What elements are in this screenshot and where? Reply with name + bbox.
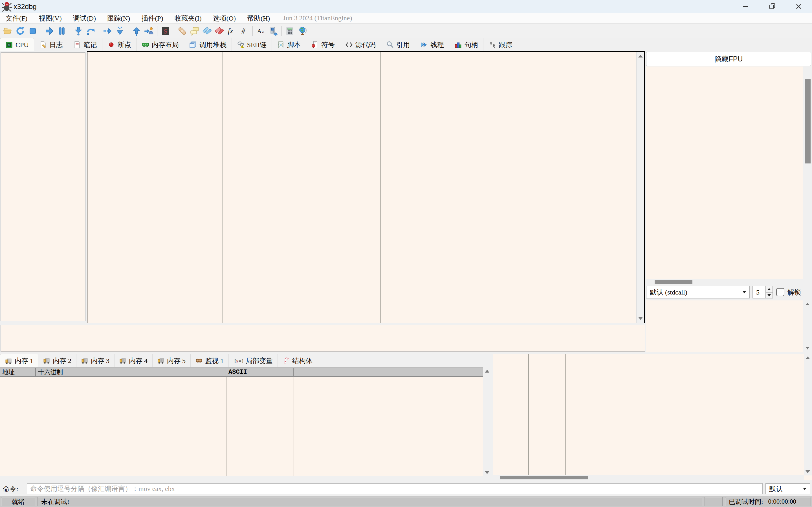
open-file-icon[interactable] <box>2 25 14 37</box>
stack-view[interactable] <box>493 354 812 480</box>
registers-view[interactable] <box>646 66 803 279</box>
menu-plugins[interactable]: 插件(P) <box>136 13 169 24</box>
menu-options[interactable]: 选项(O) <box>207 13 242 24</box>
tab-call-stack[interactable]: 调用堆栈 <box>184 38 232 51</box>
info-box[interactable] <box>1 325 645 352</box>
tab-dump-4[interactable]: 内存 4 <box>114 354 153 367</box>
breakpoint-icon <box>107 41 115 49</box>
tab-dump-1[interactable]: 内存 1 <box>0 354 38 367</box>
stack-hscrollbar[interactable] <box>493 475 804 480</box>
spin-down-icon[interactable] <box>766 292 772 298</box>
tab-cpu[interactable]: 32 CPU <box>0 38 34 51</box>
patch-icon[interactable] <box>176 25 189 37</box>
memory-map-icon <box>142 41 149 49</box>
toolbar-separator <box>252 25 253 36</box>
comment-icon[interactable] <box>189 25 201 37</box>
menu-debug[interactable]: 调试(D) <box>67 13 102 24</box>
function-fx-icon[interactable]: fx <box>225 25 238 37</box>
unlock-checkbox[interactable] <box>776 288 784 296</box>
tab-memory-map[interactable]: 内存布局 <box>137 38 184 51</box>
label-icon[interactable] <box>201 25 213 37</box>
toolbar-separator <box>70 25 70 36</box>
animate-into-icon[interactable] <box>101 25 114 37</box>
registers-vscrollbar[interactable] <box>804 66 811 279</box>
tab-dump-5[interactable]: 内存 5 <box>153 354 191 367</box>
tab-log[interactable]: 日志 <box>34 38 68 51</box>
svg-text:!: ! <box>242 45 243 48</box>
tab-watch-1[interactable]: 监视 1 <box>191 354 229 367</box>
run-icon[interactable] <box>43 25 56 37</box>
step-out-icon[interactable] <box>130 25 143 37</box>
pause-icon[interactable] <box>56 25 68 37</box>
arg-count-stepper[interactable] <box>765 286 773 298</box>
scroll-up-icon[interactable] <box>806 303 809 305</box>
globe-settings-icon[interactable] <box>296 25 309 37</box>
tab-trace[interactable]: 跟踪 <box>484 38 517 51</box>
arguments-vscrollbar[interactable] <box>804 300 811 352</box>
menu-view[interactable]: 视图(V) <box>33 13 67 24</box>
tab-script[interactable]: {o} 脚本 <box>272 38 306 51</box>
command-profile-select[interactable]: 默认 <box>765 483 810 494</box>
trace-device-icon[interactable] <box>267 25 280 37</box>
sidebar-gutter-view[interactable] <box>1 52 86 321</box>
tab-dump-2[interactable]: 内存 2 <box>38 354 77 367</box>
arguments-view[interactable] <box>646 300 803 352</box>
tab-threads[interactable]: 线程 <box>415 38 449 51</box>
tab-references[interactable]: 引用 <box>381 38 415 51</box>
tab-handles[interactable]: 句柄 <box>449 38 484 51</box>
minimize-button[interactable] <box>732 0 759 13</box>
scrollbar-thumb[interactable] <box>500 476 588 480</box>
breakpoint-toggle-icon[interactable] <box>213 25 225 37</box>
memory-dump-icon <box>43 357 50 364</box>
scroll-up-icon[interactable] <box>806 356 810 359</box>
close-button[interactable] <box>785 0 812 13</box>
tab-symbols[interactable]: 符号 <box>306 38 340 51</box>
stack-vscrollbar[interactable] <box>804 354 812 475</box>
disassembly-view[interactable] <box>87 51 645 323</box>
calculator-icon[interactable] <box>284 25 296 37</box>
column-header-ascii: ASCII <box>226 368 294 376</box>
scroll-down-icon[interactable] <box>485 471 489 474</box>
menu-bar: 文件(F) 视图(V) 调试(D) 跟踪(N) 插件(P) 收藏夹(I) 选项(… <box>0 13 812 24</box>
calling-convention-select[interactable]: 默认 (stdcall) <box>646 286 750 298</box>
step-into-icon[interactable] <box>72 25 85 37</box>
scrollbar-thumb[interactable] <box>655 280 693 284</box>
cpu-icon: 32 <box>5 41 13 49</box>
menu-file[interactable]: 文件(F) <box>0 13 33 24</box>
case-az-icon[interactable]: A z <box>255 25 267 37</box>
dump-vscrollbar[interactable] <box>483 368 491 476</box>
step-over-icon[interactable] <box>85 25 97 37</box>
scrollbar-thumb[interactable] <box>805 79 811 163</box>
tab-source[interactable]: 源代码 <box>340 38 381 51</box>
stop-icon[interactable] <box>27 25 39 37</box>
restore-button[interactable] <box>759 0 785 13</box>
svg-text:fx: fx <box>228 27 233 35</box>
x32dbg-window: 32 x32dbg 文件(F) 视图(V) 调试(D) 跟踪(N) 插件(P) <box>0 0 812 507</box>
scroll-down-icon[interactable] <box>806 470 810 473</box>
tab-locals[interactable]: [ x =] 局部变量 <box>229 354 278 367</box>
menu-help[interactable]: 帮助(H) <box>242 13 275 24</box>
menu-favourites[interactable]: 收藏夹(I) <box>169 13 207 24</box>
tab-notes[interactable]: 笔记 <box>68 38 102 51</box>
restart-icon[interactable] <box>14 25 27 37</box>
scroll-down-icon[interactable] <box>806 347 809 349</box>
script-s-icon[interactable]: S <box>159 25 172 37</box>
tab-breakpoints[interactable]: 断点 <box>102 38 137 51</box>
scroll-up-icon[interactable] <box>638 55 643 57</box>
hash-icon[interactable]: # <box>238 25 250 37</box>
arg-count-input[interactable] <box>753 286 765 298</box>
tab-dump-3[interactable]: 内存 3 <box>77 354 114 367</box>
registers-hscrollbar[interactable] <box>646 279 803 285</box>
disassembly-vscrollbar[interactable] <box>636 52 644 323</box>
animate-over-icon[interactable] <box>114 25 126 37</box>
menu-trace[interactable]: 跟踪(N) <box>102 13 136 24</box>
run-to-user-code-icon[interactable] <box>143 25 155 37</box>
spin-up-icon[interactable] <box>766 286 772 292</box>
tab-seh-chain[interactable]: ! SEH链 <box>232 38 272 51</box>
dump-view[interactable] <box>0 377 483 476</box>
command-input[interactable] <box>27 483 763 494</box>
scroll-down-icon[interactable] <box>638 317 643 320</box>
tab-struct[interactable]: 结构体 <box>278 354 317 367</box>
scroll-up-icon[interactable] <box>485 370 489 373</box>
hide-fpu-button[interactable]: 隐藏FPU <box>646 52 811 66</box>
